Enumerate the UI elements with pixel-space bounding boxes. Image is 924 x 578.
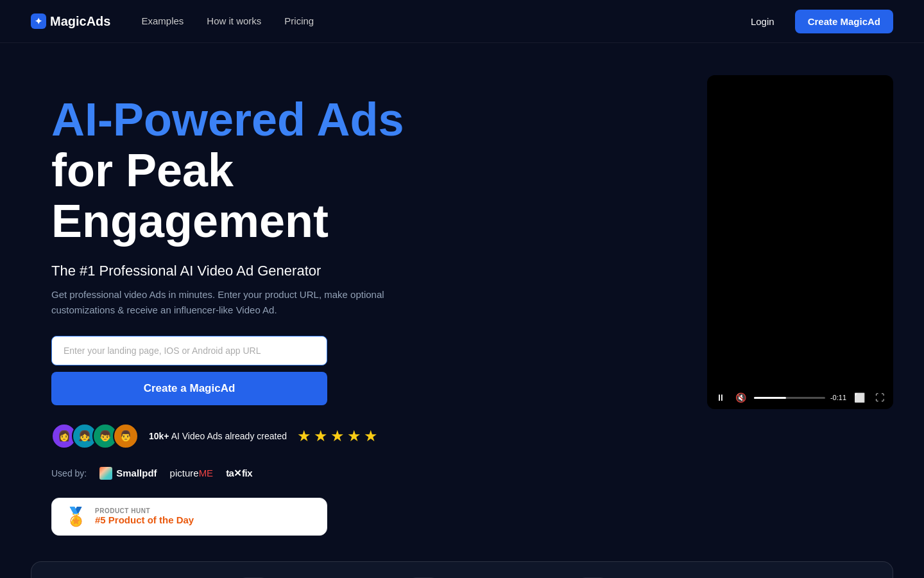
video-mute-button[interactable]: 🔇	[733, 391, 749, 404]
nav-link-pricing[interactable]: Pricing	[284, 15, 314, 26]
social-count-text: 10k+ AI Video Ads already created	[149, 431, 287, 441]
ph-medal-icon: 🏅	[65, 506, 87, 527]
brand-pictureme: pictureME	[170, 468, 214, 478]
video-time: -0:11	[830, 394, 846, 401]
star-1: ★	[297, 427, 311, 445]
login-button[interactable]: Login	[740, 11, 785, 32]
brand-taxfix: ta✕fix	[226, 468, 252, 479]
logo[interactable]: ✦ MagicAds	[31, 13, 110, 29]
hero-subtitle: The #1 Professional AI Video Ad Generato…	[51, 263, 513, 279]
video-progress-fill	[754, 397, 786, 399]
avatars: 👩 👧 👦 👨	[51, 423, 139, 449]
url-input[interactable]	[51, 336, 327, 365]
star-5: ★	[364, 427, 378, 445]
hero-title-blue: AI-Powered Ads	[51, 94, 513, 145]
brand-smallpdf: Smallpdf	[99, 467, 157, 480]
nav-link-examples[interactable]: Examples	[141, 15, 184, 26]
star-2: ★	[314, 427, 328, 445]
hero-section: AI-Powered Ads for Peak Engagement The #…	[0, 43, 924, 561]
star-rating: ★ ★ ★ ★ ★	[297, 427, 378, 445]
hero-title-white: for Peak Engagement	[51, 145, 513, 247]
smallpdf-icon	[99, 467, 112, 480]
nav-link-how-it-works[interactable]: How it works	[207, 15, 261, 26]
star-3: ★	[330, 427, 345, 445]
avatar-4: 👨	[113, 423, 139, 449]
video-controls: ⏸ 🔇 -0:11 ⬜ ⛶	[707, 386, 893, 409]
video-fullscreen-button[interactable]: ⛶	[873, 391, 887, 404]
ph-text: PRODUCT HUNT #5 Product of the Day	[95, 507, 194, 525]
nav-item-examples[interactable]: Examples	[141, 15, 184, 27]
star-4: ★	[347, 427, 361, 445]
logo-icon: ✦	[31, 13, 46, 29]
create-magicad-button-nav[interactable]: Create MagicAd	[795, 10, 893, 33]
used-by: Used by: Smallpdf pictureME ta✕fix	[51, 467, 513, 480]
pictureme-me: ME	[199, 468, 214, 478]
ph-label: PRODUCT HUNT	[95, 507, 194, 514]
product-hunt-badge: 🏅 PRODUCT HUNT #5 Product of the Day	[51, 498, 327, 536]
navbar-right: Login Create MagicAd	[740, 10, 893, 33]
navbar-left: ✦ MagicAds Examples How it works Pricing	[31, 13, 314, 29]
social-count: 10k+	[149, 431, 169, 441]
taxfix-text: ta✕fix	[226, 468, 252, 479]
video-pause-button[interactable]: ⏸	[714, 391, 728, 404]
video-theater-button[interactable]: ⬜	[851, 391, 868, 404]
used-by-label: Used by:	[51, 468, 87, 478]
pictureme-text: pictureME	[170, 468, 214, 478]
nav-item-how-it-works[interactable]: How it works	[207, 15, 261, 27]
social-proof: 👩 👧 👦 👨 10k+ AI Video Ads already create…	[51, 423, 513, 449]
nav-item-pricing[interactable]: Pricing	[284, 15, 314, 27]
steps-bar: 🔗 Step 1: Enter your product URL → 📋 Ste…	[31, 561, 893, 578]
hero-content: AI-Powered Ads for Peak Engagement The #…	[51, 82, 513, 536]
create-magicad-button-hero[interactable]: Create a MagicAd	[51, 372, 327, 405]
hero-description: Get professional video Ads in minutes. E…	[51, 287, 424, 318]
video-panel: ⏸ 🔇 -0:11 ⬜ ⛶	[707, 75, 893, 409]
ph-rank: #5 Product of the Day	[95, 514, 194, 525]
navbar: ✦ MagicAds Examples How it works Pricing…	[0, 0, 924, 43]
video-progress-bar[interactable]	[754, 397, 825, 399]
nav-links: Examples How it works Pricing	[141, 15, 314, 27]
smallpdf-text: Smallpdf	[116, 468, 157, 478]
logo-text: MagicAds	[50, 14, 110, 29]
social-suffix: AI Video Ads already created	[169, 431, 287, 441]
